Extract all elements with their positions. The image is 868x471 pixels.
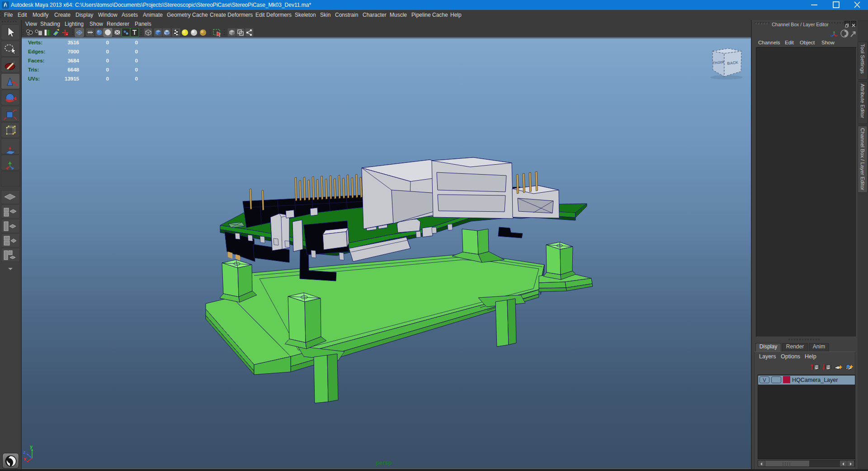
svg-text:z: z (23, 449, 26, 455)
svg-text:x: x (24, 456, 27, 461)
svg-text:y: y (30, 444, 33, 449)
